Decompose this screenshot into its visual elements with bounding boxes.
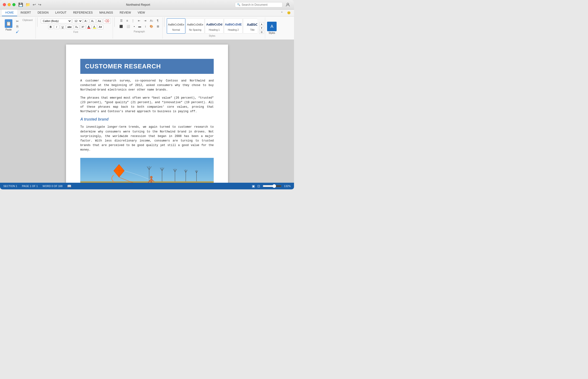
styles-scroll-area: AaBbCcDdEe Normal AaBbCcDdEe No Spacing (167, 18, 257, 33)
left-margin (0, 40, 14, 183)
italic-button[interactable]: I (54, 25, 59, 29)
cut-button[interactable]: ✂ (15, 19, 20, 24)
save-icon[interactable]: 💾 (18, 2, 23, 7)
svg-point-27 (150, 176, 153, 179)
para-row-1: ☰ ≡ ⋮ ⇤ ⇥ A↕ ¶ (119, 18, 160, 23)
style-no-spacing-preview: AaBbCcDdEe (187, 21, 203, 28)
bullets-button[interactable]: ☰ (119, 18, 124, 23)
search-box[interactable]: 🔍 (235, 2, 283, 7)
borders-button[interactable]: ⊞ (155, 24, 160, 29)
clear-formatting-button[interactable]: ⌫ (103, 18, 111, 24)
paragraph-label: Paragraph (133, 30, 146, 33)
user-account-icon[interactable] (285, 1, 291, 8)
font-size-select[interactable]: 12 (72, 18, 82, 23)
align-center-button[interactable]: ⬜ (125, 24, 131, 29)
titlebar-right: 🔍 (235, 1, 291, 8)
line-spacing-button[interactable]: ↕ (143, 24, 147, 29)
search-input[interactable] (242, 3, 280, 6)
print-layout-icon[interactable]: ▣ (252, 184, 255, 188)
style-heading2-preview: AaBbCcDdE (225, 21, 242, 28)
styles-expand-button[interactable]: ⊞ (259, 30, 264, 34)
document-title-banner: CUSTOMER RESEARCH (80, 59, 214, 74)
paste-icon: 📋 (5, 19, 12, 28)
font-group-label: Font (72, 30, 79, 34)
main-area: CUSTOMER RESEARCH A customer research su… (0, 40, 294, 183)
style-heading1-preview: AaBbCcDd (206, 21, 222, 28)
increase-font-button[interactable]: A↑ (83, 19, 89, 23)
multilevel-list-button[interactable]: ⋮ (130, 18, 136, 23)
clipboard-mini-buttons: ✂ ⎘ 🖌 (15, 18, 20, 34)
style-heading1[interactable]: AaBbCcDd Heading 1 (205, 18, 223, 33)
change-case-button[interactable]: Aa (96, 19, 102, 23)
font-color-button[interactable]: A (86, 25, 91, 29)
sort-button[interactable]: A↕ (148, 18, 155, 23)
window-title: Northwind Report (41, 3, 235, 6)
clipboard-label: Clipboard (21, 18, 33, 22)
styles-scroll-down[interactable]: ▼ (259, 26, 264, 30)
open-icon[interactable]: 📁 (26, 2, 30, 7)
tab-review[interactable]: REVIEW (116, 10, 134, 16)
tab-layout[interactable]: LAYOUT (52, 10, 70, 16)
align-right-button[interactable]: ▪ (132, 24, 136, 29)
styles-scroll-up[interactable]: ▲ (259, 22, 264, 26)
title-bar: 💾 📁 ↩ ↪ Northwind Report 🔍 (0, 0, 294, 10)
tab-home[interactable]: HOME (2, 10, 17, 16)
svg-rect-2 (80, 182, 214, 183)
undo-icon[interactable]: ↩ (33, 2, 36, 7)
document-area[interactable]: CUSTOMER RESEARCH A customer research su… (14, 40, 280, 183)
style-normal-preview: AaBbCcDdEe (168, 21, 184, 28)
styles-panel-button[interactable]: A Styles (265, 17, 279, 39)
ribbon-tabs: HOME INSERT DESIGN LAYOUT REFERENCES MAI… (0, 10, 294, 16)
zoom-slider[interactable] (263, 184, 282, 188)
strikethrough-button[interactable]: abc (66, 25, 73, 29)
decrease-indent-button[interactable]: ⇤ (137, 18, 142, 23)
divider-2 (114, 17, 115, 27)
format-painter-button[interactable]: 🖌 (15, 29, 20, 34)
ribbon: HOME INSERT DESIGN LAYOUT REFERENCES MAI… (0, 10, 294, 40)
style-heading2[interactable]: AaBbCcDdE Heading 2 (224, 18, 242, 33)
tab-view[interactable]: VIEW (134, 10, 148, 16)
right-margin (280, 40, 294, 183)
read-mode-icon[interactable]: 📖 (67, 184, 71, 188)
tab-mailings[interactable]: MAILINGS (96, 10, 116, 16)
superscript-button[interactable]: X² (80, 25, 86, 29)
close-button[interactable] (3, 3, 6, 6)
maximize-button[interactable] (12, 3, 16, 6)
font-family-select[interactable]: Calibri (Body) (41, 18, 72, 23)
align-left-button[interactable]: ⬛ (118, 24, 124, 29)
styles-big-label: Styles (269, 32, 275, 34)
tab-insert[interactable]: INSERT (17, 10, 34, 16)
status-bar: SECTION 1 PAGE 1 OF 1 WORD 0 OF 168 📖 ▣ … (0, 183, 294, 190)
web-layout-icon[interactable]: ⊡ (257, 184, 260, 188)
justify-button[interactable]: ▬ (137, 24, 143, 29)
copy-button[interactable]: ⎘ (15, 24, 20, 29)
styles-group: AaBbCcDdEe Normal AaBbCcDdEe No Spacing (166, 17, 258, 39)
minimize-button[interactable] (8, 3, 11, 6)
font-group: Calibri (Body) 12 A↑ A↓ Aa ⌫ B I U abc X… (39, 17, 113, 39)
style-normal[interactable]: AaBbCcDdEe Normal (167, 18, 185, 33)
increase-indent-button[interactable]: ⇥ (143, 18, 148, 23)
style-title[interactable]: AaBbC Title (243, 18, 257, 33)
subscript-button[interactable]: X₂ (74, 25, 79, 29)
show-formatting-button[interactable]: ¶ (155, 18, 160, 23)
redo-icon[interactable]: ↪ (38, 2, 41, 7)
styles-nav: ▲ ▼ ⊞ (259, 17, 264, 39)
divider-3 (164, 17, 164, 27)
traffic-lights (3, 3, 16, 6)
tab-design[interactable]: DESIGN (34, 10, 52, 16)
tab-references[interactable]: REFERENCES (70, 10, 96, 16)
section-indicator: SECTION 1 (3, 185, 17, 188)
bold-button[interactable]: B (48, 25, 53, 29)
shading-button[interactable]: 🎨 (148, 24, 155, 29)
para-row-2: ⬛ ⬜ ▪ ▬ ↕ 🎨 ⊞ (118, 24, 160, 29)
numbering-button[interactable]: ≡ (125, 18, 129, 23)
style-no-spacing[interactable]: AaBbCcDdEe No Spacing (186, 18, 205, 33)
zoom-level: 132% (284, 185, 291, 188)
decrease-font-button[interactable]: A↓ (90, 19, 96, 23)
text-effects-button[interactable]: A▾ (97, 25, 103, 29)
highlight-color-button[interactable]: A (92, 25, 97, 29)
emoji-button[interactable]: 🙂 (286, 10, 292, 16)
collapse-ribbon-button[interactable]: ⌃ (279, 10, 285, 16)
underline-button[interactable]: U (60, 25, 65, 29)
paste-button[interactable]: 📋 Paste (4, 18, 13, 32)
